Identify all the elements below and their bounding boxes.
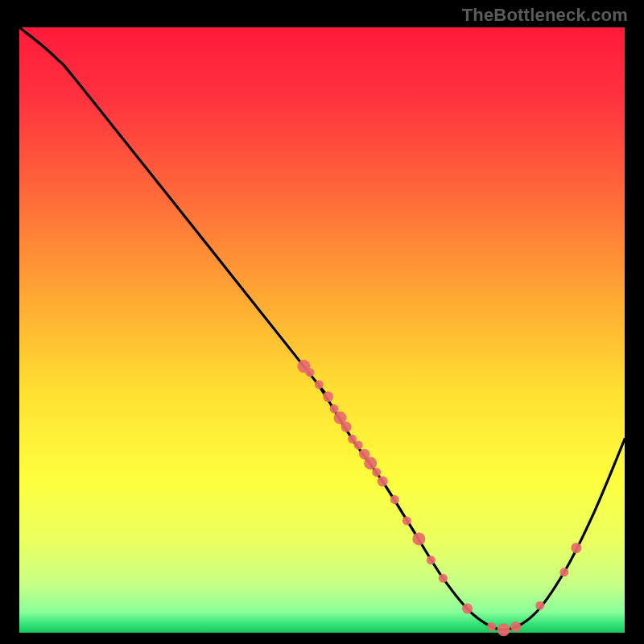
highlight-dot xyxy=(330,404,339,413)
highlight-dot xyxy=(402,516,411,525)
highlight-dot xyxy=(390,495,399,504)
highlight-dot xyxy=(571,543,581,553)
highlight-dot xyxy=(510,621,521,632)
highlight-dot xyxy=(497,623,510,636)
highlight-dot xyxy=(535,601,544,610)
highlight-dot xyxy=(323,391,333,402)
watermark-text: TheBottleneck.com xyxy=(462,5,628,26)
highlight-dot xyxy=(439,574,448,583)
highlight-dot xyxy=(559,568,568,576)
highlight-dots xyxy=(297,360,581,636)
highlight-dot xyxy=(462,603,473,613)
highlight-dot xyxy=(372,468,381,477)
highlight-dot xyxy=(427,555,436,564)
bottleneck-curve xyxy=(19,27,625,630)
chart-frame xyxy=(19,27,625,633)
highlight-dot xyxy=(412,532,425,545)
highlight-dot xyxy=(305,368,314,377)
highlight-dot xyxy=(487,622,496,631)
chart-svg xyxy=(19,27,625,633)
highlight-dot xyxy=(354,440,363,449)
highlight-dot xyxy=(378,477,388,487)
highlight-dot xyxy=(341,422,352,432)
highlight-dot xyxy=(315,380,324,389)
highlight-dot xyxy=(364,456,377,469)
